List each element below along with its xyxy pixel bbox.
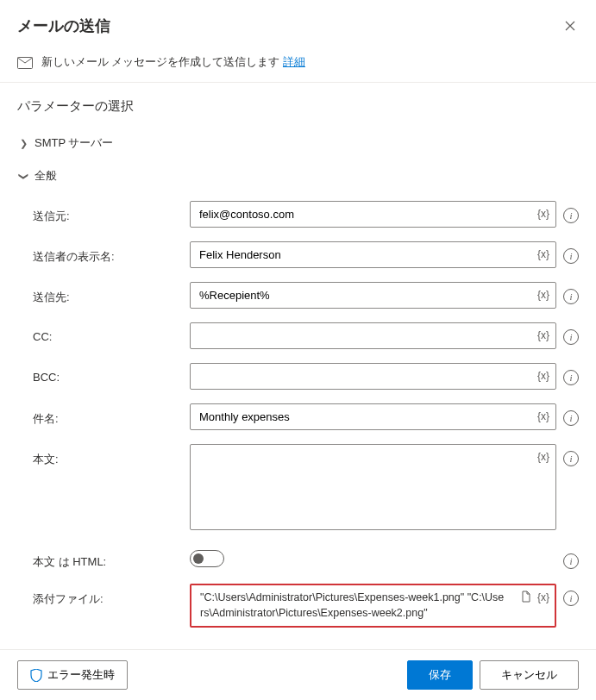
variable-picker[interactable]: {x} xyxy=(536,368,551,384)
body-label: 本文: xyxy=(17,444,190,467)
variable-picker[interactable]: {x} xyxy=(536,409,551,424)
info-icon[interactable]: i xyxy=(563,248,579,264)
display-name-input[interactable] xyxy=(190,241,556,268)
group-label: SMTP サーバー xyxy=(35,135,114,151)
variable-picker[interactable]: {x} xyxy=(536,328,551,343)
dialog-title: メールの送信 xyxy=(17,16,110,36)
to-label: 送信先: xyxy=(17,282,190,305)
bcc-input[interactable] xyxy=(190,363,556,390)
is-html-label: 本文 は HTML: xyxy=(17,547,190,570)
attachments-value: "C:\Users\Administrator\Pictures\Expense… xyxy=(200,591,504,619)
attach-label: 添付ファイル: xyxy=(17,584,190,607)
attachments-input[interactable]: "C:\Users\Administrator\Pictures\Expense… xyxy=(190,584,556,628)
file-picker-icon[interactable] xyxy=(520,591,532,605)
info-icon[interactable]: i xyxy=(563,553,579,569)
is-html-toggle[interactable] xyxy=(190,550,224,567)
chevron-down-icon: ❯ xyxy=(18,170,29,182)
banner-message: 新しいメール メッセージを作成して送信します xyxy=(41,56,283,68)
bcc-label: BCC: xyxy=(17,363,190,384)
cc-label: CC: xyxy=(17,322,190,343)
subject-input[interactable] xyxy=(190,403,556,430)
from-input[interactable] xyxy=(190,201,556,228)
info-icon[interactable]: i xyxy=(563,451,579,466)
on-error-label: エラー発生時 xyxy=(47,667,115,683)
on-error-button[interactable]: エラー発生時 xyxy=(17,660,128,690)
info-icon[interactable]: i xyxy=(563,329,579,345)
info-icon[interactable]: i xyxy=(563,410,579,426)
group-label: 全般 xyxy=(35,168,57,184)
shield-icon xyxy=(30,669,42,682)
info-icon[interactable]: i xyxy=(563,370,579,385)
section-title: パラメーターの選択 xyxy=(17,98,579,115)
info-icon[interactable]: i xyxy=(563,208,579,223)
body-textarea[interactable] xyxy=(190,444,556,530)
banner-text: 新しいメール メッセージを作成して送信します 詳細 xyxy=(41,55,305,70)
info-icon[interactable]: i xyxy=(563,591,579,606)
save-button[interactable]: 保存 xyxy=(407,660,473,690)
close-button[interactable] xyxy=(561,17,579,34)
chevron-right-icon: ❯ xyxy=(17,138,29,149)
variable-picker[interactable]: {x} xyxy=(536,206,551,222)
mail-icon xyxy=(17,57,33,69)
variable-picker[interactable]: {x} xyxy=(536,247,551,262)
variable-picker[interactable]: {x} xyxy=(537,591,549,605)
variable-picker[interactable]: {x} xyxy=(536,287,551,303)
variable-picker[interactable]: {x} xyxy=(536,449,551,465)
cc-input[interactable] xyxy=(190,322,556,349)
group-general[interactable]: ❯ 全般 xyxy=(17,163,579,189)
to-input[interactable] xyxy=(190,282,556,309)
info-icon[interactable]: i xyxy=(563,289,579,304)
display-name-label: 送信者の表示名: xyxy=(17,241,190,265)
details-link[interactable]: 詳細 xyxy=(283,56,305,68)
subject-label: 件名: xyxy=(17,403,190,427)
cancel-button[interactable]: キャンセル xyxy=(480,660,579,690)
from-label: 送信元: xyxy=(17,201,190,224)
group-smtp-server[interactable]: ❯ SMTP サーバー xyxy=(17,130,579,156)
close-icon xyxy=(565,21,575,31)
